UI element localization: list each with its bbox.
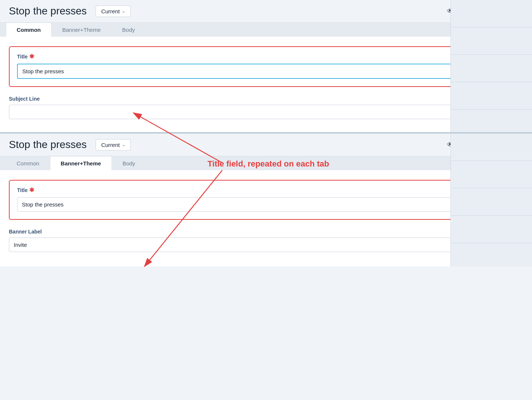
top-panel: Stop the presses Current ⌄ 👁 Live Previe… bbox=[0, 0, 532, 133]
version-button-top[interactable]: Current ⌄ bbox=[96, 6, 131, 17]
subject-line-section: Subject Line bbox=[9, 96, 523, 119]
title-input-bottom[interactable] bbox=[17, 197, 515, 212]
banner-label-input[interactable] bbox=[9, 238, 523, 252]
chevron-down-icon: ⌄ bbox=[122, 9, 125, 14]
page-title-top: Stop the presses bbox=[9, 5, 87, 17]
sidebar-item-e-top bbox=[451, 82, 532, 110]
sidebar-item-b-top bbox=[451, 55, 532, 82]
required-star-bottom: ✱ bbox=[29, 186, 34, 194]
sidebar-item-r-top bbox=[451, 27, 532, 55]
bottom-panel: Stop the presses Current ⌄ 👁 Live Previe… bbox=[0, 134, 532, 266]
chevron-down-icon-bottom: ⌄ bbox=[122, 142, 125, 147]
tab-body-top[interactable]: Body bbox=[112, 23, 146, 37]
banner-label-section: Banner Label bbox=[9, 229, 523, 252]
version-label-top: Current bbox=[101, 8, 120, 14]
tab-banner-theme-bottom[interactable]: Banner+Theme bbox=[50, 156, 112, 170]
subject-label: Subject Line bbox=[9, 96, 523, 102]
title-field-section-bottom: Title ✱ bbox=[9, 180, 523, 220]
panel-separator bbox=[0, 132, 532, 134]
version-label-bottom: Current bbox=[101, 142, 120, 148]
version-button-bottom[interactable]: Current ⌄ bbox=[96, 139, 131, 151]
tab-banner-theme-top[interactable]: Banner+Theme bbox=[51, 23, 112, 37]
page-title-bottom: Stop the presses bbox=[9, 139, 87, 151]
right-sidebar-bottom bbox=[450, 134, 532, 266]
tab-body-bottom[interactable]: Body bbox=[112, 156, 146, 170]
sidebar-item-r-bottom bbox=[451, 161, 532, 188]
banner-label-label: Banner Label bbox=[9, 229, 523, 235]
sidebar-item-b-bottom bbox=[451, 188, 532, 216]
title-label-top: Title ✱ bbox=[17, 53, 515, 60]
subject-input[interactable] bbox=[9, 105, 523, 119]
tab-common-top[interactable]: Common bbox=[6, 23, 51, 37]
sidebar-item-s-bottom bbox=[451, 134, 532, 161]
right-sidebar-top bbox=[450, 0, 532, 133]
title-label-bottom: Title ✱ bbox=[17, 186, 515, 194]
sidebar-item-s-top bbox=[451, 0, 532, 27]
sidebar-item-e-bottom bbox=[451, 216, 532, 243]
title-input-top[interactable] bbox=[17, 64, 515, 79]
tab-common-bottom[interactable]: Common bbox=[6, 156, 50, 170]
title-field-section-top: Title ✱ bbox=[9, 46, 523, 87]
required-star-top: ✱ bbox=[29, 53, 34, 60]
